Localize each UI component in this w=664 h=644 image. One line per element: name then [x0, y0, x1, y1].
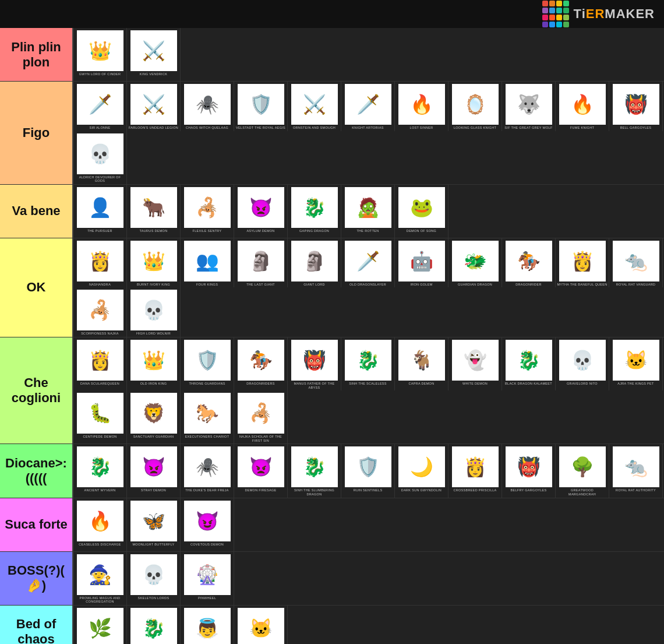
tier-item: 🐱LUD AND ZALLEN THE KING'S PETS	[234, 606, 288, 644]
monster-emoji: 😈	[184, 501, 231, 541]
item-image: 💀	[130, 554, 177, 595]
tier-item: 💀HIGH LORD WOLNIR	[127, 287, 181, 337]
item-label: SINH THE SCALELESS	[349, 382, 387, 386]
tier-item: 👹BELL GARGOYLES	[609, 82, 663, 131]
tier-item: 🐉GAPING DRAGON	[288, 185, 341, 238]
logo-cell	[542, 22, 548, 27]
monster-emoji: 🔥	[77, 501, 123, 541]
monster-emoji: 🤖	[398, 241, 445, 281]
monster-emoji: 👻	[452, 340, 499, 381]
monster-emoji: 🐺	[506, 84, 552, 125]
item-image: 🔥	[559, 84, 606, 125]
tier-item: 🪞LOOKING GLASS KNIGHT	[448, 82, 502, 131]
item-label: ROYAL RAT VANGUARD	[616, 283, 656, 287]
tier-items-bed-of-chaos: 🌿BED OF CHAOS🐉ANCIENT DRAGON👼DARKLURKER🐱…	[72, 606, 664, 644]
item-label: THE DUKE'S DEAR FREJA	[185, 488, 229, 492]
item-label: RUIN SENTINELS	[354, 488, 383, 492]
tier-label-boss: BOSS(?)( 🤌)	[0, 552, 72, 605]
tier-item: 🗿THE LAST GIANT	[234, 238, 288, 288]
item-label: PROWLING MAGUS AND CONGREGATION	[75, 596, 125, 604]
item-image: 🦂	[77, 290, 123, 330]
logo-cell	[549, 15, 555, 20]
tier-item: 👼DARKLURKER	[181, 606, 234, 644]
item-image: 🛡️	[238, 84, 284, 125]
item-image: 😈	[184, 501, 231, 541]
monster-emoji: 🎡	[184, 554, 231, 595]
tier-row-ok: OK👸NASHANDRA👑BURNT IVORY KING👥FOUR KINGS…	[0, 238, 664, 337]
monster-emoji: 🗡️	[77, 84, 123, 125]
tier-item: 🧟THE ROTTEN	[341, 185, 395, 238]
logo-cell	[556, 15, 562, 20]
monster-emoji: 🦋	[130, 501, 177, 541]
item-image: 🐂	[130, 187, 177, 228]
tier-item: 😈COVETOUS DEMON	[181, 498, 234, 551]
tier-item: 👑BURNT IVORY KING	[127, 238, 181, 288]
item-label: ALDRICH DEVOURER OF GODS	[75, 175, 125, 183]
logo-cell	[542, 1, 548, 6]
item-label: AJRA THE KINGS PET	[617, 382, 654, 386]
item-image: 👸	[452, 446, 499, 487]
item-label: CEASELESS DISCHARGE	[79, 543, 121, 547]
tier-item: 🦂SCORPIONESS NAJKA	[73, 287, 127, 337]
item-image: 👹	[291, 340, 338, 381]
tier-item: 👸CROSSBREED PRISCILLA	[448, 444, 502, 497]
item-label: KING VENDRICK	[140, 72, 167, 76]
item-image: 🛡️	[184, 340, 231, 381]
item-label: SIF THE GREAT GREY WOLF	[504, 126, 552, 130]
item-label: BLACK DRAGON KALAMEET	[505, 382, 552, 386]
item-label: IRON GOLEM	[410, 283, 432, 287]
monster-emoji: 👸	[77, 241, 123, 281]
item-image: 🕷️	[184, 84, 231, 125]
item-label: DEMON FIRESAGE	[245, 488, 276, 492]
item-label: SCORPIONESS NAJKA	[81, 332, 119, 336]
item-image: 🦂	[238, 393, 284, 434]
tier-item: 🐉ANCIENT WYVERN	[73, 444, 127, 497]
item-image: 🐉	[77, 446, 123, 487]
item-label: CENTIPEDE DEMON	[83, 435, 117, 439]
item-label: DEMON OF SONG	[407, 229, 436, 233]
tier-item: 👹BELFRY GARGOYLES	[502, 444, 556, 497]
tier-item: 🏇DRAGONRIDER	[502, 238, 556, 288]
item-image: 🐸	[398, 187, 445, 228]
item-image: 🐎	[184, 393, 231, 434]
logo-title: TiERMAKER	[574, 6, 655, 22]
tier-items-diocane: 🐉ANCIENT WYVERN👿STRAY DEMON🕷️THE DUKE'S …	[72, 444, 664, 497]
monster-emoji: 👑	[130, 241, 177, 281]
tier-item: 🦂NAJKA SCHOLAR OF THE FIRST SIN	[234, 390, 288, 444]
monster-emoji: 🐉	[345, 340, 391, 381]
monster-emoji: 🐂	[130, 187, 177, 228]
tier-item: 🤖IRON GOLEM	[395, 238, 448, 288]
item-label: OLD DRAGONSLAYER	[349, 283, 386, 287]
item-label: GIANT LORD	[303, 283, 325, 287]
item-image: 🌿	[77, 608, 123, 644]
monster-emoji: ⚔️	[130, 30, 177, 71]
item-image: 🐱	[613, 340, 659, 381]
monster-emoji: 🐉	[291, 187, 338, 228]
tier-item: 👹MANUS FATHER OF THE ABYSS	[288, 337, 341, 390]
monster-emoji: 💀	[559, 340, 606, 381]
item-label: SINH THE SLUMBERING DRAGON	[289, 488, 340, 496]
tier-row-suca-forte: Suca forte🔥CEASELESS DISCHARGE🦋MOONLIGHT…	[0, 498, 664, 552]
monster-emoji: 🦁	[130, 393, 177, 434]
item-label: SANCTUARY GUARDIAN	[133, 435, 174, 439]
monster-emoji: 🐀	[613, 446, 659, 487]
tier-label-va-bene: Va bene	[0, 185, 72, 238]
item-label: OLD IRON KING	[140, 382, 167, 386]
tier-item: ⚔️KING VENDRICK	[127, 28, 181, 81]
item-label: WHITE DEMON	[462, 382, 488, 386]
item-image: 🧟	[345, 187, 391, 228]
monster-emoji: 🐐	[398, 340, 445, 381]
item-image: 🐉	[291, 446, 338, 487]
item-image: 🪞	[452, 84, 499, 125]
tier-item: 👸MYTHA THE BANEFUL QUEEN	[556, 238, 609, 288]
item-image: 👑	[130, 340, 177, 381]
item-image: 🐀	[613, 241, 659, 281]
item-image: 👹	[613, 84, 659, 125]
item-label: GUARDIAN DRAGON	[458, 283, 492, 287]
item-label: MYTHA THE BANEFUL QUEEN	[557, 283, 607, 287]
item-label: GRAVELORD NITO	[567, 382, 598, 386]
item-label: STRAY DEMON	[141, 488, 166, 492]
tier-item: 👿STRAY DEMON	[127, 444, 181, 497]
item-label: SKELETON LORDS	[138, 596, 169, 600]
monster-emoji: 🧙	[77, 554, 123, 595]
